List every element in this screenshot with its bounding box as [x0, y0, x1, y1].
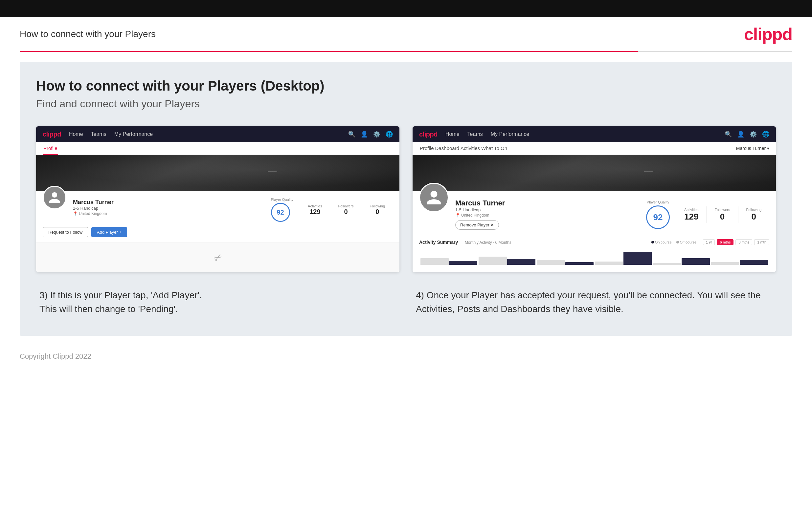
tab-what-to-on-2[interactable]: What To On — [480, 142, 508, 155]
on-course-dot — [651, 241, 654, 243]
bar-on-6 — [740, 260, 768, 265]
bar-group-2 — [478, 257, 536, 265]
player-location-2: 📍 United Kingdom — [455, 213, 640, 218]
tab-activities-2[interactable]: Activities — [460, 142, 480, 155]
activity-title: Activity Summary — [419, 239, 458, 245]
tab-profile-2[interactable]: Profile — [419, 142, 435, 155]
player-name-right-2[interactable]: Marcus Turner ▾ — [736, 146, 769, 151]
header: How to connect with your Players clippd — [0, 17, 812, 51]
mock-buttons-1: Request to Follow Add Player + — [36, 227, 399, 242]
filter-6mths[interactable]: 6 mths — [717, 239, 733, 245]
mock-profile-area-1: Marcus Turner 1-5 Handicap 📍 United King… — [36, 191, 399, 227]
stat-followers-2: Followers 0 — [706, 207, 738, 223]
mock-logo-1: clippd — [43, 130, 61, 138]
search-icon-2[interactable]: 🔍 — [725, 130, 732, 138]
stat-activities-1: Activities 129 — [300, 203, 330, 217]
main-content: How to connect with your Players (Deskto… — [20, 62, 792, 336]
hero-bg-2 — [413, 155, 776, 191]
user-icon-1[interactable]: 👤 — [361, 130, 368, 138]
legend-on-course: On course — [651, 240, 672, 244]
mock-tabs-1: Profile — [36, 142, 399, 155]
bar-on-5 — [681, 258, 710, 265]
mock-hero-2 — [413, 155, 776, 191]
bar-off-4 — [595, 262, 623, 265]
request-follow-button[interactable]: Request to Follow — [43, 227, 88, 237]
mock-navbar-1: clippd Home Teams My Performance 🔍 👤 ⚙️ … — [36, 126, 399, 142]
bar-off-6 — [711, 262, 740, 265]
globe-icon-1[interactable]: 🌐 — [386, 130, 393, 138]
activity-left: Activity Summary Monthly Activity · 6 Mo… — [419, 239, 511, 245]
mock-nav-teams-2[interactable]: Teams — [467, 131, 483, 137]
hero-bg-1 — [36, 155, 399, 191]
location-icon-1: 📍 — [73, 211, 78, 216]
stat-activities-2: Activities 129 — [676, 207, 706, 223]
bar-on-1 — [449, 261, 477, 265]
mock-logo-2: clippd — [419, 130, 438, 138]
mock-hero-1 — [36, 155, 399, 191]
activity-header: Activity Summary Monthly Activity · 6 Mo… — [419, 239, 769, 245]
mock-nav-performance-1[interactable]: My Performance — [114, 131, 153, 137]
player-location-1: 📍 United Kingdom — [73, 211, 264, 216]
scissors-icon: ✂ — [211, 250, 224, 265]
bar-off-1 — [420, 258, 449, 265]
top-bar — [0, 0, 812, 17]
stat-followers-1: Followers 0 — [330, 203, 361, 217]
bar-group-4 — [595, 252, 652, 265]
screenshot-2: clippd Home Teams My Performance 🔍 👤 ⚙️ … — [413, 126, 776, 272]
quality-circle-2: 92 — [646, 206, 670, 229]
screenshot-1: clippd Home Teams My Performance 🔍 👤 ⚙️ … — [36, 126, 399, 272]
bar-on-4 — [623, 252, 652, 265]
bar-off-5 — [653, 263, 681, 265]
tab-profile-1[interactable]: Profile — [43, 142, 58, 155]
bar-on-3 — [565, 262, 594, 265]
quality-stat-2: Player Quality 92 — [646, 200, 670, 229]
mock-nav-performance-2[interactable]: My Performance — [491, 131, 529, 137]
bar-off-3 — [537, 260, 565, 265]
activity-filters: 1 yr 6 mths 3 mths 1 mth — [703, 239, 769, 245]
settings-icon-1[interactable]: ⚙️ — [373, 130, 380, 138]
quality-value-2: 92 — [653, 212, 663, 223]
stats-row-2: Activities 129 Followers 0 Following 0 — [676, 207, 769, 223]
player-name-1: Marcus Turner — [73, 199, 264, 206]
bar-group-1 — [420, 258, 477, 265]
stat-following-2: Following 0 — [738, 207, 769, 223]
activity-chart — [419, 248, 769, 265]
search-icon-1[interactable]: 🔍 — [348, 130, 355, 138]
filter-3mths[interactable]: 3 mths — [735, 239, 752, 245]
settings-icon-2[interactable]: ⚙️ — [750, 130, 757, 138]
bar-group-6 — [711, 260, 768, 265]
globe-icon-2[interactable]: 🌐 — [762, 130, 769, 138]
content-subtitle: Find and connect with your Players — [36, 98, 776, 110]
mock-nav-icons-1: 🔍 👤 ⚙️ 🌐 — [348, 130, 393, 138]
filter-1mth[interactable]: 1 mth — [754, 239, 769, 245]
mock-bottom-1: ✂ — [36, 242, 399, 272]
user-icon-2[interactable]: 👤 — [737, 130, 744, 138]
description-text-1: 3) If this is your Player tap, 'Add Play… — [39, 288, 396, 316]
screenshots-row: clippd Home Teams My Performance 🔍 👤 ⚙️ … — [36, 126, 776, 272]
add-player-button[interactable]: Add Player + — [91, 227, 127, 237]
bar-off-2 — [478, 257, 507, 265]
legend-off-course: Off course — [676, 240, 697, 244]
mock-nav-icons-2: 🔍 👤 ⚙️ 🌐 — [725, 130, 769, 138]
mock-nav-home-2[interactable]: Home — [445, 131, 460, 137]
quality-circle-1: 92 — [271, 203, 290, 222]
bar-group-5 — [653, 258, 710, 265]
quality-value-1: 92 — [276, 209, 284, 216]
descriptions-row: 3) If this is your Player tap, 'Add Play… — [36, 288, 776, 316]
mock-nav-home-1[interactable]: Home — [69, 131, 83, 137]
header-divider — [20, 51, 792, 52]
player-info-1: Marcus Turner 1-5 Handicap 📍 United King… — [73, 198, 264, 216]
copyright-text: Copyright Clippd 2022 — [20, 352, 91, 360]
description-box-1: 3) If this is your Player tap, 'Add Play… — [36, 288, 399, 316]
mock-profile-area-2: Marcus Turner 1-5 Handicap 📍 United King… — [413, 191, 776, 235]
bar-on-2 — [507, 259, 536, 265]
filter-1yr[interactable]: 1 yr — [703, 239, 715, 245]
activity-legend: On course Off course — [651, 240, 696, 244]
stat-following-1: Following 0 — [362, 203, 393, 217]
description-text-2: 4) Once your Player has accepted your re… — [416, 288, 773, 316]
mock-nav-teams-1[interactable]: Teams — [91, 131, 106, 137]
tab-dashboard-2[interactable]: Dashboard — [435, 142, 460, 155]
content-title: How to connect with your Players (Deskto… — [36, 78, 776, 94]
remove-player-button[interactable]: Remove Player ✕ — [455, 220, 499, 230]
avatar-2 — [419, 183, 449, 212]
